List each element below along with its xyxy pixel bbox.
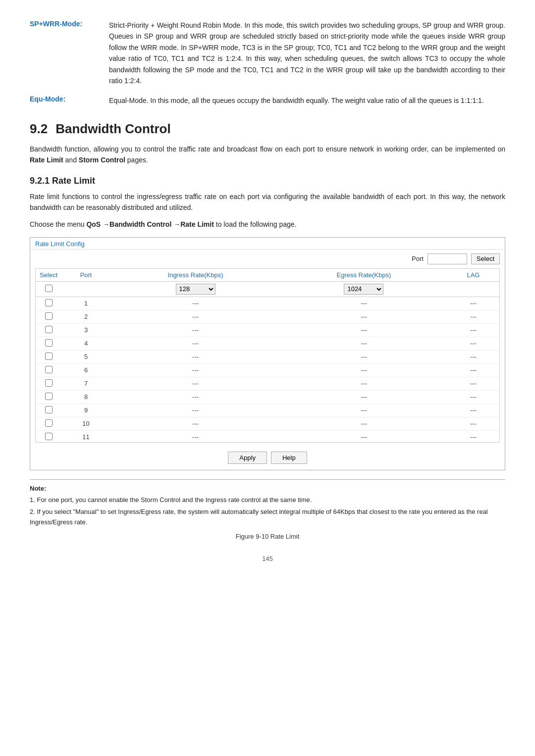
row-checkbox-8[interactable] bbox=[45, 393, 53, 400]
table-row: 8 --- --- --- bbox=[36, 390, 499, 403]
col-header-ingress: Ingress Rate(Kbps) bbox=[110, 269, 280, 282]
row-egress-10: --- bbox=[280, 417, 447, 430]
row-checkbox-9[interactable] bbox=[45, 406, 53, 413]
row-egress-8: --- bbox=[280, 390, 447, 403]
port-select-button[interactable]: Select bbox=[471, 253, 500, 264]
help-button[interactable]: Help bbox=[271, 452, 307, 464]
table-row: 2 --- --- --- bbox=[36, 310, 499, 323]
table-row: 11 --- --- --- bbox=[36, 430, 499, 442]
section-number: 9.2 bbox=[30, 121, 48, 136]
row-egress-6: --- bbox=[280, 363, 447, 377]
row-port-2: 2 bbox=[61, 310, 110, 323]
lag-control-cell bbox=[447, 281, 499, 297]
row-lag-10: --- bbox=[447, 417, 499, 430]
row-checkbox-5[interactable] bbox=[45, 353, 53, 360]
row-lag-4: --- bbox=[447, 337, 499, 350]
row-lag-3: --- bbox=[447, 323, 499, 337]
egress-rate-select[interactable]: 512 1024 2048 Manual bbox=[344, 284, 383, 295]
row-lag-11: --- bbox=[447, 430, 499, 442]
rate-limit-table: Select Port Ingress Rate(Kbps) Egress Ra… bbox=[36, 269, 499, 442]
row-checkbox-3[interactable] bbox=[45, 326, 53, 333]
row-lag-7: --- bbox=[447, 377, 499, 390]
table-row: 10 --- --- --- bbox=[36, 417, 499, 430]
page-number: 145 bbox=[30, 555, 505, 562]
section-intro: Bandwidth function, allowing you to cont… bbox=[30, 144, 505, 166]
row-checkbox-2[interactable] bbox=[45, 312, 53, 320]
term-sp-wrr-desc: Strict-Priority + Weight Round Robin Mod… bbox=[109, 20, 505, 86]
row-checkbox-4[interactable] bbox=[45, 339, 53, 347]
terms-section: SP+WRR-Mode: Strict-Priority + Weight Ro… bbox=[30, 20, 505, 106]
row-egress-7: --- bbox=[280, 377, 447, 390]
table-row: 6 --- --- --- bbox=[36, 363, 499, 377]
row-ingress-7: --- bbox=[110, 377, 280, 390]
select-all-checkbox[interactable] bbox=[45, 285, 53, 292]
row-checkbox-1[interactable] bbox=[45, 299, 53, 306]
row-lag-6: --- bbox=[447, 363, 499, 377]
egress-control-cell: 512 1024 2048 Manual bbox=[280, 281, 447, 297]
table-wrapper: Select Port Ingress Rate(Kbps) Egress Ra… bbox=[35, 268, 500, 443]
port-row: Port Select bbox=[35, 253, 500, 264]
term-equ: Equ-Mode: Equal-Mode. In this mode, all … bbox=[30, 95, 505, 106]
row-select-cell bbox=[36, 297, 61, 310]
table-row: 1 --- --- --- bbox=[36, 297, 499, 310]
select-all-cell bbox=[36, 281, 61, 297]
table-row: 4 --- --- --- bbox=[36, 337, 499, 350]
row-ingress-5: --- bbox=[110, 350, 280, 363]
table-row: 3 --- --- --- bbox=[36, 323, 499, 337]
subsection-title: 9.2.1 Rate Limit bbox=[30, 176, 505, 186]
subsection-para: Rate limit functions to control the ingr… bbox=[30, 191, 505, 213]
apply-button[interactable]: Apply bbox=[228, 452, 267, 464]
col-header-lag: LAG bbox=[447, 269, 499, 282]
row-select-cell bbox=[36, 337, 61, 350]
row-lag-8: --- bbox=[447, 390, 499, 403]
row-egress-2: --- bbox=[280, 310, 447, 323]
row-ingress-1: --- bbox=[110, 297, 280, 310]
row-ingress-10: --- bbox=[110, 417, 280, 430]
row-select-cell bbox=[36, 403, 61, 417]
subsection-title-text: Rate Limit bbox=[52, 176, 95, 186]
row-select-cell bbox=[36, 363, 61, 377]
note-item-2: 2. If you select "Manual" to set Ingress… bbox=[30, 507, 505, 528]
table-row: 9 --- --- --- bbox=[36, 403, 499, 417]
row-port-3: 3 bbox=[61, 323, 110, 337]
table-header-row: Select Port Ingress Rate(Kbps) Egress Ra… bbox=[36, 269, 499, 282]
row-checkbox-6[interactable] bbox=[45, 366, 53, 373]
row-lag-5: --- bbox=[447, 350, 499, 363]
row-select-cell bbox=[36, 417, 61, 430]
row-port-11: 11 bbox=[61, 430, 110, 442]
table-scroll-area[interactable]: Select Port Ingress Rate(Kbps) Egress Ra… bbox=[36, 269, 499, 442]
section-title-text: Bandwidth Control bbox=[55, 121, 171, 136]
row-port-4: 4 bbox=[61, 337, 110, 350]
row-select-cell bbox=[36, 430, 61, 442]
table-body: 1 --- --- --- 2 --- --- --- 3 --- --- --… bbox=[36, 297, 499, 442]
row-port-10: 10 bbox=[61, 417, 110, 430]
row-select-cell bbox=[36, 377, 61, 390]
table-row: 5 --- --- --- bbox=[36, 350, 499, 363]
row-checkbox-10[interactable] bbox=[45, 419, 53, 427]
col-header-select: Select bbox=[36, 269, 61, 282]
row-egress-9: --- bbox=[280, 403, 447, 417]
term-sp-wrr-label: SP+WRR-Mode: bbox=[30, 20, 109, 86]
port-input[interactable] bbox=[428, 253, 467, 264]
note-item-1: 1. For one port, you cannot enable the S… bbox=[30, 495, 505, 505]
config-box: Rate Limit Config Port Select Select Por… bbox=[30, 237, 505, 470]
term-equ-label: Equ-Mode: bbox=[30, 95, 109, 106]
figure-caption: Figure 9-10 Rate Limit bbox=[30, 533, 505, 540]
subsection-number: 9.2.1 bbox=[30, 176, 50, 186]
row-port-6: 6 bbox=[61, 363, 110, 377]
row-ingress-4: --- bbox=[110, 337, 280, 350]
term-sp-wrr: SP+WRR-Mode: Strict-Priority + Weight Ro… bbox=[30, 20, 505, 86]
row-checkbox-11[interactable] bbox=[45, 433, 53, 440]
row-select-cell bbox=[36, 350, 61, 363]
ingress-rate-select[interactable]: 128 256 512 1024 Manual bbox=[176, 284, 215, 295]
row-ingress-9: --- bbox=[110, 403, 280, 417]
row-checkbox-7[interactable] bbox=[45, 379, 53, 387]
row-port-7: 7 bbox=[61, 377, 110, 390]
row-egress-11: --- bbox=[280, 430, 447, 442]
note-title: Note: bbox=[30, 485, 505, 492]
row-port-5: 5 bbox=[61, 350, 110, 363]
row-egress-3: --- bbox=[280, 323, 447, 337]
row-ingress-6: --- bbox=[110, 363, 280, 377]
port-control-cell bbox=[61, 281, 110, 297]
action-row: Apply Help bbox=[35, 448, 500, 466]
